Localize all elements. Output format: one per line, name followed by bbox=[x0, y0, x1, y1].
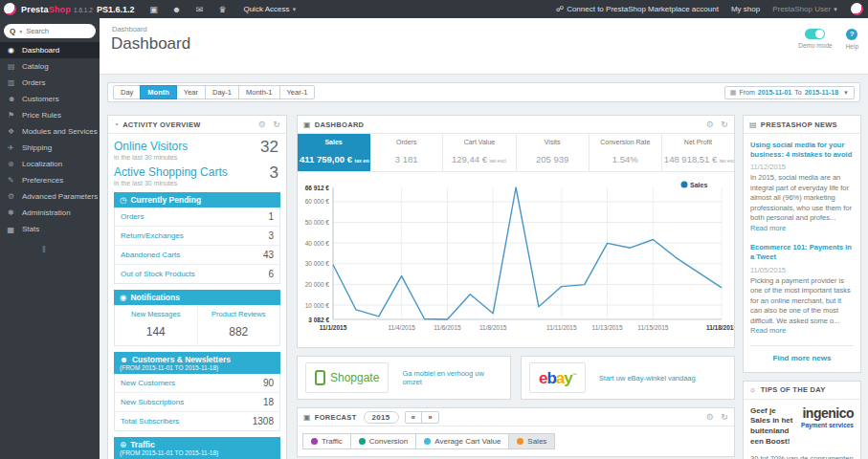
period-button-month[interactable]: Month bbox=[140, 85, 177, 99]
stat-label[interactable]: Active Shopping Carts bbox=[114, 165, 280, 179]
kpi-orders[interactable]: Orders3 181 bbox=[370, 134, 443, 171]
kpi-net-profit[interactable]: Net Profit148 918,51 € tax excl. bbox=[662, 134, 734, 171]
activity-overview-header: ◔ ACTIVITY OVERVIEW ⚙↻ bbox=[108, 116, 286, 134]
notification-cell: Product Reviews882 bbox=[197, 305, 280, 345]
section-header-notifications: ◉Notifications bbox=[114, 290, 280, 305]
date-range-picker[interactable]: ▦ From2015-11-01 To2015-11-18 ▼ bbox=[724, 86, 855, 99]
cart-icon[interactable]: ▣ bbox=[142, 5, 165, 14]
marketplace-link[interactable]: ☍Connect to PrestaShop Marketplace accou… bbox=[556, 5, 719, 13]
sidebar-item-shipping[interactable]: ✈Shipping bbox=[0, 140, 100, 156]
forecast-nav: « » bbox=[405, 411, 440, 424]
sidebar-search[interactable]: Q ▼ bbox=[4, 24, 96, 38]
period-button-day[interactable]: Day bbox=[113, 85, 141, 99]
kpi-visits[interactable]: Visits205 939 bbox=[517, 134, 590, 171]
gear-icon[interactable]: ⚙ bbox=[706, 412, 714, 422]
period-button-year[interactable]: Year bbox=[176, 85, 206, 99]
svg-text:11/11/2015: 11/11/2015 bbox=[546, 324, 577, 331]
user-menu[interactable]: PrestaShop User▼ bbox=[772, 5, 838, 13]
read-more-link[interactable]: Read more bbox=[750, 224, 786, 232]
article-title-link[interactable]: Using social media for your business: 4 … bbox=[750, 141, 854, 160]
user-avatar[interactable] bbox=[851, 3, 863, 15]
demo-mode-toggle[interactable] bbox=[805, 29, 825, 39]
legend-dot-icon bbox=[311, 438, 318, 445]
forecast-toggle-conversion[interactable]: Conversion bbox=[350, 433, 416, 449]
search-input[interactable] bbox=[26, 27, 79, 35]
shopgate-link[interactable]: Ga mobiel en verhoog uw omzet bbox=[402, 369, 502, 386]
period-button-month-1[interactable]: Month-1 bbox=[238, 85, 280, 99]
kpi-value: 411 759,00 € tax excl. bbox=[300, 154, 367, 164]
cell-label[interactable]: Product Reviews bbox=[200, 310, 278, 318]
sidebar-item-localization[interactable]: ⊕Localization bbox=[0, 156, 100, 172]
kpi-cart-value[interactable]: Cart Value129,44 € tax excl. bbox=[443, 134, 516, 171]
breadcrumb[interactable]: Dashboard bbox=[112, 25, 147, 33]
article-excerpt: In 2015, social media are an integral pa… bbox=[750, 173, 854, 233]
row-label[interactable]: Out of Stock Products bbox=[121, 270, 195, 278]
gear-icon[interactable]: ⚙ bbox=[706, 120, 714, 129]
row-label[interactable]: Return/Exchanges bbox=[121, 231, 184, 240]
sidebar-item-preferences[interactable]: ✎Preferences bbox=[0, 172, 100, 188]
tips-panel: ☼ TIPS OF THE DAY ingenico Payment servi… bbox=[743, 381, 861, 459]
shopgate-promo[interactable]: Shopgate Ga mobiel en verhoog uw omzet bbox=[297, 356, 511, 400]
row-label[interactable]: Total Subscribers bbox=[121, 417, 179, 426]
help-label: Help bbox=[846, 43, 858, 50]
row-label[interactable]: Orders bbox=[121, 212, 144, 221]
sidebar-item-label: Shipping bbox=[22, 143, 52, 152]
section-header-customers-newsletters: ☻Customers & Newsletters(FROM 2015-11-01… bbox=[114, 352, 280, 374]
ebay-link[interactable]: Start uw eBay-winkel vandaag bbox=[599, 374, 696, 382]
forecast-toggle-average-cart-value[interactable]: Average Cart Value bbox=[415, 433, 509, 449]
kpi-sales[interactable]: Sales411 759,00 € tax excl. bbox=[298, 134, 370, 171]
row-label[interactable]: Abandoned Carts bbox=[121, 251, 180, 259]
period-button-year-1[interactable]: Year-1 bbox=[279, 85, 316, 99]
kpi-label: Net Profit bbox=[664, 139, 732, 145]
prev-year-button[interactable]: « bbox=[406, 412, 422, 423]
sidebar-item-dashboard[interactable]: ◉Dashboard bbox=[0, 42, 100, 58]
ebay-promo[interactable]: ebay™ Start uw eBay-winkel vandaag bbox=[521, 356, 735, 400]
kpi-value: 205 939 bbox=[519, 154, 587, 164]
cell-label[interactable]: New Messages bbox=[117, 310, 195, 318]
mail-icon[interactable]: ✉ bbox=[188, 5, 211, 14]
svg-text:30 000 €: 30 000 € bbox=[305, 260, 330, 267]
article-date: 11/12/2015 bbox=[750, 163, 854, 171]
sidebar-item-administration[interactable]: ✱Administration bbox=[0, 205, 100, 221]
sidebar-item-orders[interactable]: ▥Orders bbox=[0, 75, 100, 91]
refresh-icon[interactable]: ↻ bbox=[721, 120, 728, 129]
help-icon[interactable]: ? bbox=[846, 29, 857, 40]
sidebar-item-modules-and-services[interactable]: ❖Modules and Services bbox=[0, 123, 100, 140]
sidebar-item-price-rules[interactable]: ⚑Price Rules bbox=[0, 107, 100, 123]
user-icon[interactable]: ☻ bbox=[165, 5, 188, 14]
next-year-button[interactable]: » bbox=[421, 412, 438, 423]
sidebar-item-label: Stats bbox=[22, 225, 39, 233]
clock-icon: ◔ bbox=[114, 120, 119, 129]
section-subtitle: (FROM 2015-11-01 TO 2015-11-18) bbox=[120, 364, 275, 371]
forecast-toggle-sales[interactable]: Sales bbox=[508, 433, 555, 449]
kpi-value: 3 181 bbox=[372, 154, 440, 164]
gear-icon[interactable]: ⚙ bbox=[258, 120, 266, 129]
row-label[interactable]: New Subscriptions bbox=[121, 398, 184, 406]
sidebar-item-customers[interactable]: ☻Customers bbox=[0, 91, 100, 107]
period-button-day-1[interactable]: Day-1 bbox=[205, 85, 239, 99]
article-title-link[interactable]: Ecommerce 101: Payments in a Tweet bbox=[750, 243, 854, 262]
read-more-link[interactable]: Read more bbox=[750, 326, 786, 335]
sidebar-item-label: Price Rules bbox=[22, 111, 61, 120]
lightbulb-icon: ☼ bbox=[749, 385, 757, 394]
my-shop-link[interactable]: My shop bbox=[731, 5, 760, 13]
quick-access-menu[interactable]: Quick Access▼ bbox=[243, 5, 297, 13]
sidebar-item-catalog[interactable]: ▤Catalog bbox=[0, 58, 100, 75]
sidebar-collapse-icon[interactable]: ‖ bbox=[0, 237, 100, 254]
sidebar-item-advanced-parameters[interactable]: ⚙Advanced Parameters bbox=[0, 188, 100, 205]
chevron-down-icon: ▼ bbox=[291, 7, 297, 12]
forecast-year[interactable]: 2015 bbox=[364, 411, 399, 424]
row-label[interactable]: New Customers bbox=[121, 379, 175, 387]
forecast-toggle-traffic[interactable]: Traffic bbox=[302, 433, 351, 449]
refresh-icon[interactable]: ↻ bbox=[273, 120, 280, 129]
row-value: 43 bbox=[263, 250, 274, 260]
forecast-legend: TrafficConversionAverage Cart ValueSales bbox=[298, 426, 734, 456]
refresh-icon[interactable]: ↻ bbox=[721, 412, 728, 422]
localization-icon: ⊕ bbox=[8, 160, 22, 168]
kpi-conversion-rate[interactable]: Conversion Rate1.54% bbox=[590, 134, 662, 171]
sidebar-item-stats[interactable]: ▅Stats bbox=[0, 221, 100, 237]
section-header-traffic: ⊕Traffic(FROM 2015-11-01 TO 2015-11-18) bbox=[114, 437, 280, 459]
trophy-icon[interactable]: ♛ bbox=[211, 5, 234, 14]
stat-label[interactable]: Online Visitors bbox=[114, 140, 280, 153]
find-more-news-link[interactable]: Find more news bbox=[750, 354, 854, 365]
